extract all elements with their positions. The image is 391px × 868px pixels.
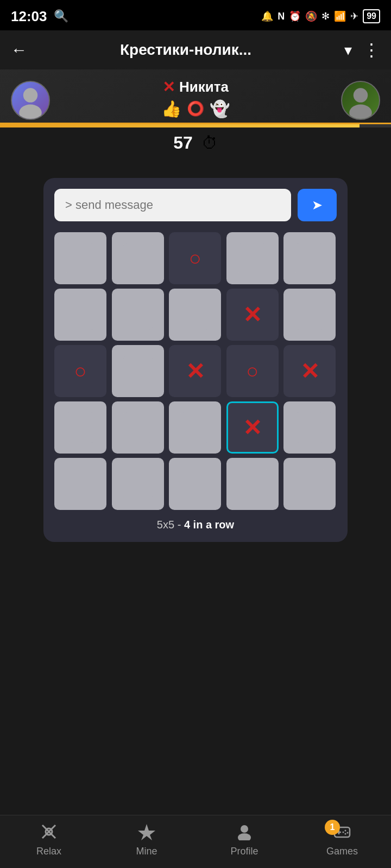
app-bar: ← Крестики-нолик... ▾ ⋮ (0, 30, 391, 69)
cell-4-2[interactable] (169, 458, 221, 510)
send-icon: ➤ (312, 197, 323, 213)
svg-point-3 (349, 105, 372, 120)
back-button[interactable]: ← (11, 41, 27, 59)
main-content: ➤ ○✕○✕○✕✕ 5x5 - 4 in a row (0, 162, 391, 558)
wifi-icon: 📶 (334, 10, 346, 22)
status-time-group: 12:03 🔍 (11, 8, 68, 25)
svg-point-14 (347, 832, 349, 834)
mine-icon (138, 823, 155, 843)
message-input[interactable] (54, 189, 291, 221)
x-piece: ✕ (186, 358, 205, 385)
x-piece: ✕ (243, 414, 262, 441)
cell-0-1[interactable] (112, 232, 164, 284)
cell-2-1[interactable] (112, 345, 164, 397)
score-number: 57 (173, 133, 193, 153)
player-left-avatar (11, 81, 50, 120)
cell-1-1[interactable] (112, 289, 164, 341)
o-piece: ○ (189, 247, 201, 270)
alarm-icon: ⏰ (289, 10, 301, 22)
o-piece: ○ (246, 360, 258, 383)
nav-label-relax: Relax (36, 846, 61, 857)
x-symbol: ✕ (162, 78, 175, 96)
cell-4-1[interactable] (112, 458, 164, 510)
message-area: ➤ (54, 189, 337, 221)
cell-1-0[interactable] (54, 289, 106, 341)
cell-2-3[interactable]: ○ (226, 345, 279, 397)
board-description: 5x5 - (157, 519, 184, 531)
svg-point-8 (241, 825, 248, 833)
drop-icon: 🔔 (261, 10, 273, 22)
x-piece: ✕ (300, 358, 319, 385)
nfc-icon: N (278, 11, 285, 22)
profile-icon (236, 823, 253, 843)
cell-0-4[interactable] (283, 232, 336, 284)
game-board: ○✕○✕○✕✕ (54, 232, 337, 510)
more-button[interactable]: ⋮ (363, 40, 380, 60)
cell-1-2[interactable] (169, 289, 221, 341)
svg-point-16 (343, 832, 344, 833)
nav-item-mine[interactable]: Mine (109, 823, 185, 857)
cell-4-4[interactable] (283, 458, 336, 510)
score-bar: 57 ⏱ (0, 127, 391, 162)
player-right-avatar (341, 81, 380, 120)
cell-2-0[interactable]: ○ (54, 345, 106, 397)
cell-3-1[interactable] (112, 401, 164, 454)
nav-label-profile: Profile (230, 846, 258, 857)
bluetooth-icon: ✻ (321, 10, 330, 22)
game-info: 5x5 - 4 in a row (54, 519, 337, 531)
games-badge: 1 (325, 820, 340, 835)
player-name-row: ✕ Никита (162, 78, 229, 96)
cell-2-4[interactable]: ✕ (283, 345, 336, 397)
board-description-bold: 4 in a row (184, 519, 234, 531)
cell-1-4[interactable] (283, 289, 336, 341)
svg-marker-7 (138, 824, 155, 840)
mute-icon: 🔕 (305, 10, 317, 22)
hand-emoji: 👍 (161, 99, 181, 118)
player-name: Никита (179, 79, 229, 95)
nav-item-games[interactable]: 1 Games (304, 823, 380, 857)
cell-1-3[interactable]: ✕ (226, 289, 279, 341)
cell-2-2[interactable]: ✕ (169, 345, 221, 397)
svg-point-2 (354, 88, 368, 102)
cell-3-0[interactable] (54, 401, 106, 454)
cell-3-3[interactable]: ✕ (226, 401, 279, 454)
status-bar: 12:03 🔍 🔔 N ⏰ 🔕 ✻ 📶 ✈ 99 (0, 0, 391, 30)
app-bar-actions: ▾ ⋮ (344, 40, 380, 60)
airplane-icon: ✈ (350, 10, 358, 22)
timer-icon: ⏱ (201, 134, 218, 152)
circle-emoji: ⭕ (187, 100, 204, 117)
svg-point-13 (345, 830, 346, 832)
send-button[interactable]: ➤ (298, 189, 337, 221)
status-time: 12:03 (11, 8, 47, 25)
player-icons-row: 👍 ⭕ 👻 (161, 99, 230, 118)
cell-3-2[interactable] (169, 401, 221, 454)
svg-point-0 (23, 88, 37, 102)
game-card: ➤ ○✕○✕○✕✕ 5x5 - 4 in a row (43, 178, 348, 542)
cell-0-2[interactable]: ○ (169, 232, 221, 284)
cell-0-0[interactable] (54, 232, 106, 284)
cell-4-0[interactable] (54, 458, 106, 510)
svg-point-15 (345, 833, 346, 835)
app-bar-title: Крестики-нолик... (36, 41, 336, 59)
nav-item-profile[interactable]: Profile (206, 823, 282, 857)
x-piece: ✕ (243, 302, 262, 328)
battery-indicator: 99 (363, 9, 380, 23)
ghost-emoji: 👻 (210, 99, 230, 118)
search-icon: 🔍 (54, 9, 68, 23)
relax-icon (40, 823, 58, 843)
cell-3-4[interactable] (283, 401, 336, 454)
player-center-info: ✕ Никита 👍 ⭕ 👻 (50, 78, 341, 123)
o-piece: ○ (74, 360, 87, 383)
cell-0-3[interactable] (226, 232, 279, 284)
cell-4-3[interactable] (226, 458, 279, 510)
status-icons: 🔔 N ⏰ 🔕 ✻ 📶 ✈ 99 (261, 9, 380, 23)
bottom-nav: Relax Mine Profile (0, 815, 391, 868)
nav-label-games: Games (326, 846, 358, 857)
nav-item-relax[interactable]: Relax (11, 823, 87, 857)
svg-point-1 (19, 105, 42, 120)
svg-point-9 (238, 833, 251, 840)
nav-label-mine: Mine (136, 846, 157, 857)
player-header: ✕ Никита 👍 ⭕ 👻 (0, 69, 391, 124)
dropdown-button[interactable]: ▾ (344, 41, 352, 59)
